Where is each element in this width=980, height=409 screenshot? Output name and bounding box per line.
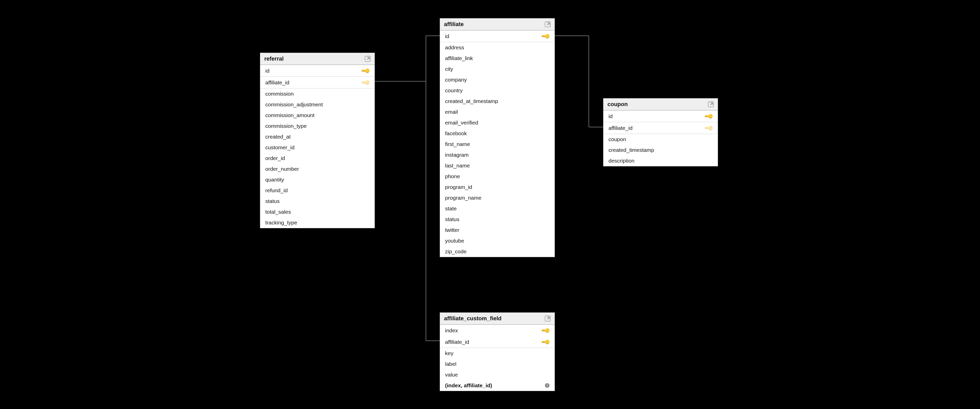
- column-row[interactable]: program_name: [440, 192, 555, 203]
- column-name: created_at_timestamp: [445, 98, 498, 104]
- external-link-icon[interactable]: [545, 316, 550, 321]
- column-row[interactable]: value: [440, 369, 555, 380]
- column-name: customer_id: [265, 144, 294, 150]
- column-row[interactable]: created_timestamp: [603, 145, 718, 155]
- column-row[interactable]: zip_code: [440, 246, 555, 257]
- column-row[interactable]: country: [440, 85, 555, 96]
- column-row[interactable]: email_verified: [440, 117, 555, 128]
- column-row[interactable]: order_id: [260, 153, 375, 164]
- column-row[interactable]: order_number: [260, 164, 375, 174]
- column-row[interactable]: commission_type: [260, 121, 375, 131]
- column-row[interactable]: twitter: [440, 225, 555, 235]
- entity-title: coupon: [608, 101, 628, 108]
- column-row[interactable]: id🔑: [260, 65, 375, 77]
- column-name: affiliate_id: [265, 80, 289, 86]
- entity-columns: id🔑affiliate_id🔑couponcreated_timestampd…: [603, 110, 718, 166]
- column-row[interactable]: quantity: [260, 174, 375, 185]
- column-row[interactable]: email: [440, 107, 555, 117]
- column-row[interactable]: last_name: [440, 160, 555, 171]
- entity-header[interactable]: affiliate: [440, 18, 555, 30]
- external-link-icon[interactable]: [365, 56, 371, 62]
- column-row[interactable]: address: [440, 42, 555, 53]
- column-row[interactable]: affiliate_link: [440, 53, 555, 64]
- column-row[interactable]: affiliate_id🔑: [440, 336, 555, 348]
- column-row[interactable]: id🔑: [603, 110, 718, 122]
- column-name: affiliate_id: [608, 125, 633, 131]
- entity-title: affiliate: [444, 21, 464, 27]
- column-name: company: [445, 77, 467, 83]
- column-row[interactable]: tracking_type: [260, 217, 375, 228]
- column-row[interactable]: youtube: [440, 235, 555, 246]
- column-badge: 🔑: [362, 79, 369, 86]
- primary-key-icon: 🔑: [541, 326, 551, 336]
- column-row[interactable]: commission_amount: [260, 110, 375, 121]
- column-name: refund_id: [265, 187, 288, 193]
- column-row[interactable]: description: [603, 155, 718, 166]
- column-name: order_id: [265, 155, 285, 161]
- column-row[interactable]: instagram: [440, 150, 555, 160]
- column-row[interactable]: affiliate_id🔑: [260, 77, 375, 88]
- entity-header[interactable]: affiliate_custom_field: [440, 313, 555, 324]
- column-name: email: [445, 109, 458, 115]
- column-row[interactable]: company: [440, 74, 555, 85]
- column-row[interactable]: key: [440, 348, 555, 359]
- column-row[interactable]: city: [440, 64, 555, 74]
- column-row[interactable]: affiliate_id🔑: [603, 122, 718, 134]
- column-name: commission_adjustment: [265, 101, 323, 108]
- foreign-key-icon: 🔑: [704, 123, 714, 133]
- column-badge: 🔑: [362, 67, 369, 74]
- column-name: facebook: [445, 130, 467, 136]
- info-icon[interactable]: i: [545, 383, 549, 388]
- column-row[interactable]: index🔑: [440, 324, 555, 336]
- column-name: status: [265, 198, 280, 204]
- external-link-icon[interactable]: [545, 21, 550, 27]
- column-name: email_verified: [445, 120, 478, 126]
- column-badge: 🔑: [542, 339, 549, 345]
- column-name: (index, affiliate_id): [445, 382, 492, 388]
- entity-affiliate[interactable]: affiliate id🔑addressaffiliate_linkcityco…: [440, 18, 555, 257]
- column-name: created_at: [265, 134, 291, 140]
- primary-key-icon: 🔑: [541, 337, 551, 347]
- erd-canvas[interactable]: referral id🔑affiliate_id🔑commissioncommi…: [0, 0, 980, 409]
- column-row[interactable]: created_at_timestamp: [440, 96, 555, 107]
- column-row[interactable]: created_at: [260, 131, 375, 142]
- primary-key-icon: 🔑: [361, 66, 371, 76]
- column-row[interactable]: facebook: [440, 128, 555, 139]
- column-row[interactable]: refund_id: [260, 185, 375, 196]
- column-name: affiliate_link: [445, 55, 473, 61]
- column-row[interactable]: total_sales: [260, 206, 375, 217]
- entity-coupon[interactable]: coupon id🔑affiliate_id🔑couponcreated_tim…: [603, 98, 718, 166]
- entity-affiliate-custom-field[interactable]: affiliate_custom_field index🔑affiliate_i…: [440, 312, 555, 391]
- column-row[interactable]: status: [440, 214, 555, 225]
- column-row[interactable]: program_id: [440, 182, 555, 192]
- entity-header[interactable]: referral: [260, 53, 375, 65]
- column-row[interactable]: phone: [440, 171, 555, 182]
- column-name: city: [445, 66, 453, 72]
- column-row[interactable]: status: [260, 196, 375, 206]
- column-row[interactable]: id🔑: [440, 30, 555, 42]
- column-row[interactable]: state: [440, 203, 555, 214]
- column-name: first_name: [445, 141, 470, 147]
- column-row[interactable]: commission: [260, 88, 375, 99]
- column-row[interactable]: first_name: [440, 139, 555, 150]
- column-name: commission_type: [265, 123, 307, 129]
- column-badge: 🔑: [705, 125, 713, 131]
- column-name: commission_amount: [265, 112, 315, 118]
- column-row[interactable]: label: [440, 359, 555, 369]
- column-row[interactable]: coupon: [603, 134, 718, 145]
- column-name: id: [265, 68, 269, 74]
- column-name: label: [445, 361, 456, 367]
- column-row[interactable]: customer_id: [260, 142, 375, 153]
- column-name: index: [445, 328, 458, 334]
- entity-referral[interactable]: referral id🔑affiliate_id🔑commissioncommi…: [260, 53, 375, 228]
- entity-columns: id🔑addressaffiliate_linkcitycompanycount…: [440, 30, 555, 257]
- entity-title: affiliate_custom_field: [444, 315, 501, 322]
- column-name: value: [445, 372, 458, 378]
- column-name: country: [445, 88, 463, 94]
- column-row[interactable]: commission_adjustment: [260, 99, 375, 110]
- column-row[interactable]: (index, affiliate_id)i: [440, 380, 555, 391]
- column-name: last_name: [445, 163, 470, 169]
- entity-header[interactable]: coupon: [603, 98, 718, 110]
- external-link-icon[interactable]: [708, 101, 714, 107]
- column-name: state: [445, 206, 457, 212]
